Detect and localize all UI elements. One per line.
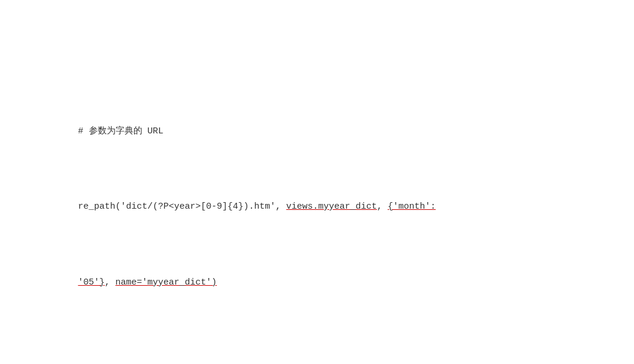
comment-line-1: # 参数为字典的 URL — [24, 108, 610, 154]
comment-text-1: # 参数为字典的 URL — [78, 126, 164, 136]
repath-line-2: '05'}, name='myyear_dict') — [24, 260, 610, 305]
section-url-dict: # 参数为字典的 URL re_path('dict/(?P<year>[0-9… — [24, 78, 610, 336]
repath-05: '05'} — [78, 277, 105, 288]
repath-views: views.myyear_dict — [286, 202, 377, 212]
repath-line: re_path('dict/(?P<year>[0-9]{4}).htm', v… — [24, 184, 610, 230]
code-container: # 参数为字典的 URL re_path('dict/(?P<year>[0-9… — [24, 18, 610, 364]
repath-normal-1: re_path('dict/(?P<year>[0-9]{4}).htm', — [78, 202, 286, 212]
repath-name: name='myyear_dict') — [116, 277, 217, 288]
repath-comma: , — [377, 202, 388, 212]
repath-name-comma: , — [105, 277, 116, 288]
repath-dict-open: {'month': — [388, 202, 436, 212]
